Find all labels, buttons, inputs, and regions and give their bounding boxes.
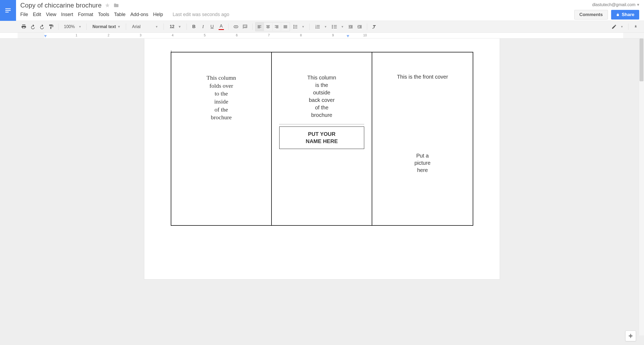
ruler-number: 2 — [108, 33, 110, 37]
vertical-scrollbar[interactable] — [639, 39, 644, 335]
separator — [228, 24, 229, 30]
titlebar: Copy of chiccarine brochure File Edit Vi… — [0, 0, 644, 21]
zoom-value: 100% — [64, 24, 75, 29]
print-icon[interactable] — [19, 22, 28, 31]
align-right-icon[interactable] — [273, 22, 281, 31]
align-group — [255, 22, 290, 31]
bulleted-list-icon[interactable]: ▾ — [329, 22, 346, 31]
font-size-select[interactable]: 12▾ — [166, 22, 184, 31]
separator — [628, 24, 629, 30]
ruler-number: 7 — [268, 33, 270, 37]
separator — [126, 24, 126, 30]
menu-edit[interactable]: Edit — [33, 12, 41, 17]
text-color-icon[interactable]: A — [217, 22, 226, 31]
font-family-select[interactable]: Arial▾ — [129, 22, 161, 31]
ruler-number: 9 — [332, 33, 334, 37]
paragraph-style-select[interactable]: Normal text▾ — [89, 22, 123, 31]
comments-button[interactable]: Comments — [574, 10, 608, 20]
align-left-icon[interactable] — [255, 22, 264, 31]
account-email: dlastutech@gmail.com — [592, 2, 635, 7]
menu-file[interactable]: File — [20, 12, 28, 17]
menu-format[interactable]: Format — [78, 12, 93, 17]
brochure-col-3[interactable]: This is the front cover Put a picture he… — [372, 52, 473, 225]
editing-mode-select[interactable]: ▾ — [609, 22, 626, 31]
separator — [187, 24, 187, 30]
menu-table[interactable]: Table — [114, 12, 126, 17]
menu-help[interactable]: Help — [153, 12, 163, 17]
underline-icon[interactable]: U — [208, 22, 217, 31]
ruler-number: 10 — [363, 33, 367, 37]
paint-format-icon[interactable] — [46, 22, 56, 31]
ruler-number: 1 — [76, 33, 77, 37]
right-indent-marker[interactable] — [346, 35, 350, 39]
col1-text[interactable]: This column folds over to the inside of … — [179, 74, 264, 121]
account-switcher[interactable]: dlastutech@gmail.com ▾ — [592, 2, 639, 7]
separator — [58, 24, 59, 30]
separator — [164, 24, 164, 30]
docs-logo[interactable] — [0, 0, 16, 21]
numbered-list-icon[interactable]: ▾ — [312, 22, 329, 31]
menubar: File Edit View Insert Format Tools Table… — [20, 9, 571, 17]
last-edit-text[interactable]: Last edit was seconds ago — [173, 12, 229, 17]
share-label: Share — [622, 12, 634, 17]
insert-link-icon[interactable] — [231, 22, 240, 31]
menu-addons[interactable]: Add-ons — [130, 12, 148, 17]
bold-icon[interactable]: B — [189, 22, 199, 31]
explore-button[interactable] — [625, 331, 636, 341]
menu-insert[interactable]: Insert — [61, 12, 73, 17]
scrollbar-thumb[interactable] — [639, 39, 643, 81]
align-justify-icon[interactable] — [281, 22, 290, 31]
name-box[interactable]: PUT YOUR NAME HERE — [279, 126, 364, 149]
share-button[interactable]: Share — [611, 10, 639, 20]
ruler-number: 6 — [236, 33, 238, 37]
brochure-table[interactable]: This column folds over to the inside of … — [171, 52, 473, 226]
document-title[interactable]: Copy of chiccarine brochure — [20, 2, 102, 9]
insert-comment-icon[interactable] — [240, 22, 250, 31]
ruler-number: 3 — [140, 33, 142, 37]
brochure-col-2[interactable]: This column is the outside back cover of… — [272, 52, 372, 225]
decrease-indent-icon[interactable] — [346, 22, 355, 31]
page[interactable]: This column folds over to the inside of … — [144, 39, 500, 279]
horizontal-ruler[interactable]: 1 2 3 4 5 6 7 8 9 10 — [0, 33, 644, 39]
chevron-down-icon: ▾ — [637, 2, 639, 7]
undo-icon[interactable] — [28, 22, 37, 31]
toolbar: 100%▾ Normal text▾ Arial▾ 12▾ B I U A — [0, 21, 644, 33]
separator — [309, 24, 310, 30]
ruler-number: 5 — [204, 33, 206, 37]
brochure-col-1[interactable]: This column folds over to the inside of … — [171, 52, 272, 225]
font-size-value: 12 — [170, 24, 174, 29]
align-center-icon[interactable] — [264, 22, 273, 31]
zoom-select[interactable]: 100%▾ — [61, 22, 84, 31]
increase-indent-icon[interactable] — [355, 22, 364, 31]
document-canvas[interactable]: This column folds over to the inside of … — [0, 39, 644, 345]
ruler-number: 4 — [172, 33, 174, 37]
col2-text[interactable]: This column is the outside back cover of… — [279, 74, 364, 119]
divider — [279, 124, 364, 124]
menu-view[interactable]: View — [46, 12, 56, 17]
text-cursor — [171, 51, 171, 57]
separator — [252, 24, 253, 30]
italic-icon[interactable]: I — [199, 22, 208, 31]
separator — [86, 24, 87, 30]
ruler-number: 8 — [300, 33, 302, 37]
col3-title[interactable]: This is the front cover — [380, 74, 465, 80]
paragraph-style-value: Normal text — [92, 24, 116, 29]
star-icon[interactable] — [105, 3, 110, 8]
col3-picture-placeholder[interactable]: Put a picture here — [380, 152, 465, 174]
menu-tools[interactable]: Tools — [98, 12, 109, 17]
clear-formatting-icon[interactable] — [370, 22, 379, 31]
font-family-value: Arial — [132, 24, 141, 29]
line-spacing-icon[interactable]: ▾ — [290, 22, 307, 31]
collapse-toolbar-icon[interactable] — [631, 22, 640, 31]
left-indent-marker[interactable] — [44, 35, 47, 39]
move-to-folder-icon[interactable] — [113, 3, 119, 8]
redo-icon[interactable] — [37, 22, 46, 31]
separator — [367, 24, 367, 30]
